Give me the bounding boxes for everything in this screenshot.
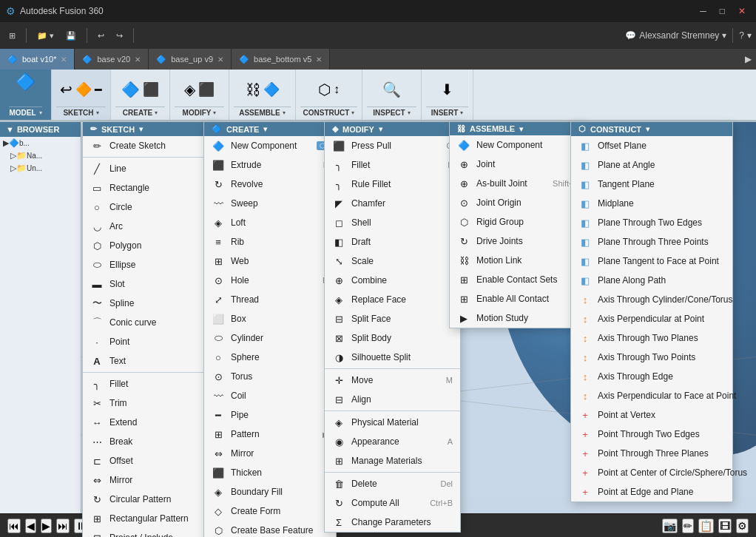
menu-rib[interactable]: ≡ Rib: [204, 232, 336, 251]
menu-midplane[interactable]: ◧ Midplane: [571, 194, 732, 213]
menu-split-body[interactable]: ⊠ Split Body: [325, 328, 460, 348]
menu-rule-fillet[interactable]: ╮ Rule Fillet: [325, 175, 460, 194]
menu-rectangle[interactable]: ▭ Rectangle ▶: [83, 178, 218, 197]
menu-motion-link[interactable]: ⛓ Motion Link: [450, 251, 585, 270]
menu-shell[interactable]: ◻ Shell: [325, 213, 460, 232]
tab-boat[interactable]: 🔷 boat v10* ✕: [0, 49, 75, 70]
menu-enable-contact-sets[interactable]: ⊞ Enable Contact Sets: [450, 270, 585, 289]
menu-split-face[interactable]: ⊟ Split Face: [325, 309, 460, 328]
ribbon-group-create[interactable]: 🔷 ⬛ CREATE ▾: [111, 70, 170, 120]
menu-axis-perp-point[interactable]: ↕ Axis Perpendicular at Point: [571, 309, 732, 328]
tab-base-bottom-close[interactable]: ✕: [316, 55, 322, 64]
menu-move[interactable]: ✛ Move M: [325, 371, 460, 390]
tab-base-close[interactable]: ✕: [135, 55, 141, 64]
menu-scale[interactable]: ⤡ Scale: [325, 251, 460, 271]
menu-axis-perp-face[interactable]: ↕ Axis Perpendicular to Face at Point: [571, 386, 732, 405]
file-button[interactable]: 📁 ▾: [33, 29, 58, 43]
menu-loft[interactable]: ◈ Loft: [204, 213, 336, 232]
menu-combine[interactable]: ⊕ Combine: [325, 271, 460, 290]
close-button[interactable]: ✕: [734, 4, 750, 18]
menu-point-three-planes[interactable]: + Point Through Three Planes: [571, 444, 732, 463]
ribbon-group-assemble[interactable]: ⛓ 🔷 ASSEMBLE ▾: [229, 70, 296, 120]
menu-rigid-group[interactable]: ⬡ Rigid Group: [450, 212, 585, 232]
menu-pattern[interactable]: ⊞ Pattern ▶: [204, 425, 336, 444]
menu-tangent-plane[interactable]: ◧ Tangent Plane: [571, 175, 732, 194]
menu-torus[interactable]: ⊙ Torus: [204, 367, 336, 386]
minimize-button[interactable]: ─: [695, 4, 711, 18]
maximize-button[interactable]: □: [715, 4, 729, 18]
settings-status-button[interactable]: ⚙: [736, 519, 749, 533]
ribbon-group-insert[interactable]: ⬇ INSERT ▾: [422, 70, 473, 120]
menu-thicken[interactable]: ⬛ Thicken: [204, 463, 336, 482]
playback-play-button[interactable]: ▶: [41, 519, 52, 533]
menu-plane-three-points[interactable]: ◧ Plane Through Three Points: [571, 232, 732, 251]
undo-button[interactable]: ↩: [93, 29, 109, 43]
menu-axis-cylinder[interactable]: ↕ Axis Through Cylinder/Cone/Torus: [571, 290, 732, 309]
menu-axis-edge[interactable]: ↕ Axis Through Edge: [571, 367, 732, 386]
menu-thread[interactable]: ⤢ Thread: [204, 290, 336, 309]
menu-axis-two-points[interactable]: ↕ Axis Through Two Points: [571, 348, 732, 367]
menu-extrude[interactable]: ⬛ Extrude E: [204, 155, 336, 175]
sketch-status-icon[interactable]: ✏: [682, 519, 694, 533]
menu-spline[interactable]: 〜 Spline: [83, 294, 218, 313]
menu-align[interactable]: ⊟ Align: [325, 390, 460, 409]
menu-create-form[interactable]: ◇ Create Form: [204, 501, 336, 521]
menu-project-include[interactable]: ⊡ Project / Include ▶: [83, 528, 218, 537]
menu-offset-plane[interactable]: ◧ Offset Plane: [571, 136, 732, 155]
menu-create-sketch[interactable]: ✏ Create Sketch: [83, 136, 218, 155]
playback-start-button[interactable]: ⏮: [7, 519, 21, 533]
menu-polygon[interactable]: ⬡ Polygon ▶: [83, 236, 218, 255]
menu-compute-all[interactable]: ↻ Compute All Ctrl+B: [325, 493, 460, 513]
menu-draft[interactable]: ◧ Draft: [325, 232, 460, 251]
menu-coil[interactable]: 〰 Coil: [204, 386, 336, 405]
ribbon-group-modify[interactable]: ◈ ⬛ MODIFY ▾: [170, 70, 229, 120]
menu-point-vertex[interactable]: + Point at Vertex: [571, 405, 732, 425]
menu-joint-origin[interactable]: ⊙ Joint Origin: [450, 193, 585, 212]
menu-fillet-sketch[interactable]: ╮ Fillet: [83, 374, 218, 394]
save-button[interactable]: 💾: [61, 29, 81, 43]
menu-plane-tangent-face[interactable]: ◧ Plane Tangent to Face at Point: [571, 251, 732, 271]
menu-plane-along-path[interactable]: ◧ Plane Along Path: [571, 271, 732, 290]
menu-replace-face[interactable]: ◈ Replace Face: [325, 290, 460, 309]
tab-base-up[interactable]: 🔷 base_up v9 ✕: [149, 49, 232, 70]
menu-physical-material[interactable]: ◈ Physical Material: [325, 413, 460, 432]
menu-fillet-modify[interactable]: ╮ Fillet F: [325, 155, 460, 175]
menu-drive-joints[interactable]: ↻ Drive Joints: [450, 232, 585, 251]
list-status-icon[interactable]: 📋: [698, 519, 714, 533]
menu-create-base[interactable]: ⬡ Create Base Feature: [204, 521, 336, 537]
menu-circular-pattern[interactable]: ↻ Circular Pattern: [83, 490, 218, 509]
sidebar-item-root[interactable]: ▶ 🔷 b...: [0, 137, 81, 149]
menu-break[interactable]: ⋯ Break: [83, 432, 218, 451]
menu-text[interactable]: A Text: [83, 351, 218, 371]
menu-point-two-edges[interactable]: + Point Through Two Edges: [571, 425, 732, 444]
menu-web[interactable]: ⊞ Web: [204, 251, 336, 271]
menu-chamfer[interactable]: ◤ Chamfer: [325, 194, 460, 213]
menu-plane-at-angle[interactable]: ◧ Plane at Angle: [571, 155, 732, 175]
menu-boundary-fill[interactable]: ◈ Boundary Fill: [204, 482, 336, 501]
menu-extend[interactable]: ↔ Extend: [83, 413, 218, 432]
menu-sphere[interactable]: ○ Sphere: [204, 348, 336, 367]
tab-base-up-close[interactable]: ✕: [217, 55, 223, 64]
menu-sweep[interactable]: 〰 Sweep: [204, 194, 336, 213]
menu-point[interactable]: · Point: [83, 332, 218, 351]
redo-button[interactable]: ↪: [112, 29, 127, 43]
capture-button[interactable]: 📷: [662, 519, 678, 533]
menu-point-edge-plane[interactable]: + Point at Edge and Plane: [571, 482, 732, 501]
menu-silhouette-split[interactable]: ◑ Silhouette Split: [325, 348, 460, 367]
tabs-scroll-right[interactable]: ▶: [740, 54, 756, 64]
menu-as-built-joint[interactable]: ⊕ As-built Joint Shift+J: [450, 174, 585, 193]
menu-new-component[interactable]: 🔷 New Component ⬡: [204, 136, 336, 155]
menu-appearance[interactable]: ◉ Appearance A: [325, 432, 460, 451]
sidebar-item-named[interactable]: ▷ 📁 Na...: [0, 149, 81, 162]
menu-slot[interactable]: ▬ Slot ▶: [83, 274, 218, 294]
menu-conic[interactable]: ⌒ Conic curve: [83, 313, 218, 332]
menu-change-parameters[interactable]: Σ Change Parameters: [325, 513, 460, 532]
menu-rectangular-pattern[interactable]: ⊞ Rectangular Pattern: [83, 509, 218, 528]
tab-boat-close[interactable]: ✕: [61, 55, 67, 64]
menu-mirror-create[interactable]: ⇔ Mirror: [204, 444, 336, 463]
menu-trim[interactable]: ✂ Trim T: [83, 394, 218, 413]
menu-mirror-sketch[interactable]: ⇔ Mirror: [83, 470, 218, 490]
playback-prev-button[interactable]: ◀: [25, 519, 36, 533]
menu-new-component-assemble[interactable]: 🔷 New Component: [450, 135, 585, 155]
menu-line[interactable]: ╱ Line L: [83, 159, 218, 178]
